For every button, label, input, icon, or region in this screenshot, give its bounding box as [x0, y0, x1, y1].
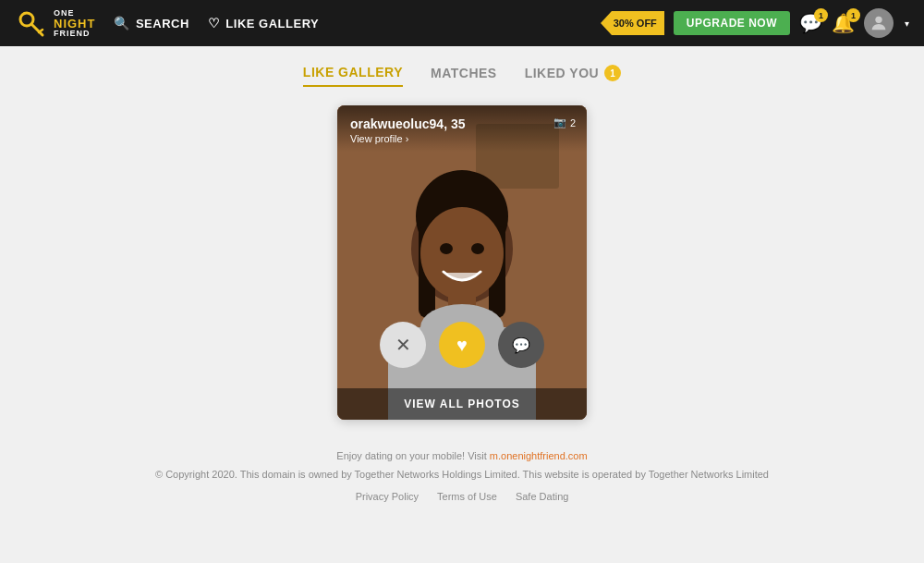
discount-label: 30% OFF — [612, 11, 664, 35]
main-nav: 🔍 SEARCH ♡ LIKE GALLERY — [114, 16, 319, 31]
like-heart-icon: ♥ — [456, 335, 468, 356]
dismiss-button[interactable]: ✕ — [380, 322, 426, 368]
logo-icon — [15, 6, 48, 40]
svg-point-10 — [420, 207, 504, 300]
profile-image-svg — [337, 105, 587, 420]
view-profile-link[interactable]: View profile › — [350, 133, 574, 144]
svg-point-3 — [875, 17, 881, 23]
main-content: LIKE GALLERY MATCHES LIKED YOU 1 orakwue… — [0, 46, 924, 506]
tab-liked-you[interactable]: LIKED YOU 1 — [525, 65, 621, 87]
tab-matches[interactable]: MATCHES — [431, 65, 497, 87]
footer-copyright: © Copyright 2020. This domain is owned b… — [155, 466, 769, 484]
profile-card: orakwueoluc94, 35 View profile › 📷 2 — [337, 105, 587, 420]
footer-mobile-text: Enjoy dating on your mobile! Visit m.one… — [155, 447, 769, 466]
camera-icon: 📷 — [553, 116, 566, 129]
messages-badge: 1 — [814, 8, 828, 22]
chat-button[interactable]: 💬 — [498, 322, 544, 368]
liked-you-badge: 1 — [604, 65, 621, 81]
discount-arrow — [601, 11, 612, 35]
svg-point-12 — [471, 243, 484, 254]
avatar-icon — [869, 13, 889, 33]
avatar[interactable] — [864, 8, 894, 38]
svg-line-2 — [39, 30, 43, 32]
logo-text: ONE NIGHT FRIEND — [54, 9, 95, 38]
footer-safe-dating-link[interactable]: Safe Dating — [516, 488, 568, 507]
messages-button[interactable]: 💬 1 — [799, 12, 822, 34]
upgrade-button[interactable]: UPGRADE NOW — [674, 11, 790, 35]
chevron-right-icon: › — [406, 133, 409, 144]
nav-like-gallery[interactable]: ♡ LIKE GALLERY — [208, 16, 319, 31]
svg-point-11 — [440, 243, 453, 254]
footer: Enjoy dating on your mobile! Visit m.one… — [155, 447, 769, 506]
tab-like-gallery[interactable]: LIKE GALLERY — [303, 65, 403, 87]
view-all-photos-button[interactable]: VIEW ALL PHOTOS — [337, 388, 587, 420]
logo[interactable]: ONE NIGHT FRIEND — [15, 6, 95, 40]
heart-icon: ♡ — [208, 16, 221, 31]
footer-links: Privacy Policy Terms of Use Safe Dating — [155, 488, 769, 507]
photo-count: 📷 2 — [553, 116, 576, 129]
logo-night: NIGHT — [54, 18, 95, 30]
dismiss-icon: ✕ — [395, 334, 411, 356]
chat-bubble-icon: 💬 — [512, 337, 530, 354]
like-button[interactable]: ♥ — [439, 322, 485, 368]
footer-privacy-link[interactable]: Privacy Policy — [356, 488, 419, 507]
header-right: 30% OFF UPGRADE NOW 💬 1 🔔 1 ▾ — [601, 8, 909, 38]
notifications-badge: 1 — [846, 8, 860, 22]
avatar-dropdown-arrow[interactable]: ▾ — [905, 18, 909, 29]
card-username: orakwueoluc94, 35 — [350, 116, 574, 131]
logo-friend: FRIEND — [54, 30, 95, 38]
nav-search-label: SEARCH — [136, 17, 189, 31]
card-header: orakwueoluc94, 35 View profile › — [337, 105, 587, 152]
card-image — [337, 105, 587, 420]
header: ONE NIGHT FRIEND 🔍 SEARCH ♡ LIKE GALLERY… — [0, 0, 924, 46]
tabs: LIKE GALLERY MATCHES LIKED YOU 1 — [303, 65, 621, 87]
discount-badge: 30% OFF — [601, 11, 664, 35]
footer-mobile-link[interactable]: m.onenightfriend.com — [490, 450, 588, 461]
notifications-button[interactable]: 🔔 1 — [832, 12, 855, 34]
nav-search[interactable]: 🔍 SEARCH — [114, 16, 188, 31]
footer-terms-link[interactable]: Terms of Use — [437, 488, 497, 507]
nav-like-gallery-label: LIKE GALLERY — [225, 17, 319, 31]
card-actions: ✕ ♥ 💬 — [337, 322, 587, 368]
search-icon: 🔍 — [114, 16, 130, 31]
